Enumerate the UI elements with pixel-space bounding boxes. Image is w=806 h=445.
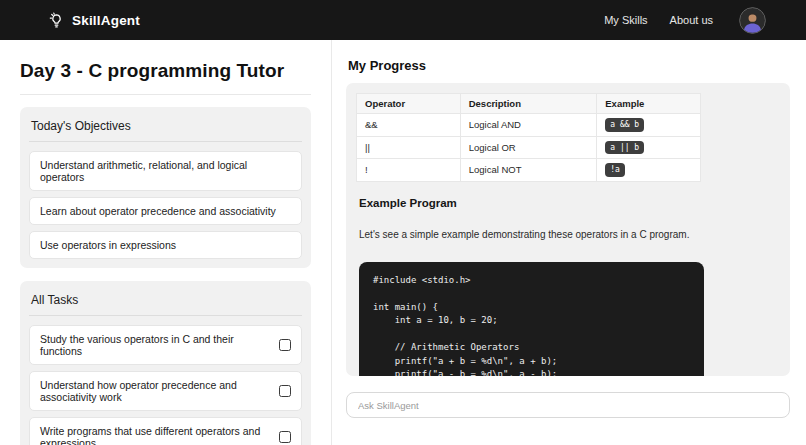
lesson-panel: Day 3 - C programming Tutor Today's Obje… [0,40,332,445]
operator-cell: || [357,136,461,159]
task-item: Understand how operator precedence and a… [29,371,302,411]
description-cell: Logical OR [460,136,597,159]
objective-label: Learn about operator precedence and asso… [40,205,276,217]
task-label: Write programs that use different operat… [40,425,269,445]
example-cell: a || b [597,136,701,159]
progress-panel: My Progress Operator Description Example… [332,40,806,445]
task-label: Study the various operators in C and the… [40,333,269,357]
example-cell: !a [597,159,701,182]
example-program-intro: Let's see a simple example demonstrating… [359,229,780,240]
example-program-heading: Example Program [359,197,780,209]
example-cell: a && b [597,114,701,137]
progress-heading: My Progress [348,58,790,73]
column-header-operator: Operator [357,94,461,114]
column-header-description: Description [460,94,597,114]
task-checkbox[interactable] [279,431,291,443]
task-checkbox[interactable] [279,385,291,397]
task-checkbox[interactable] [279,339,291,351]
nav-my-skills[interactable]: My Skills [604,14,647,26]
page-title: Day 3 - C programming Tutor [20,60,311,95]
tasks-heading: All Tasks [29,290,302,316]
nav-about-us[interactable]: About us [670,14,713,26]
progress-scroll-area[interactable]: Operator Description Example && Logical … [346,83,790,376]
table-row: ! Logical NOT !a [357,159,701,182]
column-header-example: Example [597,94,701,114]
table-row: && Logical AND a && b [357,114,701,137]
description-cell: Logical NOT [460,159,597,182]
c-code-block: #include <stdio.h> int main() { int a = … [359,262,704,376]
objective-label: Understand arithmetic, relational, and l… [40,159,291,183]
top-navigation-bar: SkillAgent My Skills About us [0,0,806,40]
task-item: Write programs that use different operat… [29,417,302,445]
avatar-person-icon [739,7,766,34]
lightbulb-logo-icon [48,12,65,29]
objective-label: Use operators in expressions [40,239,176,251]
objectives-heading: Today's Objectives [29,116,302,142]
task-item: Study the various operators in C and the… [29,325,302,365]
operator-cell: ! [357,159,461,182]
code-chip: a || b [605,141,644,155]
ask-skillagent-input[interactable] [346,392,790,418]
user-avatar[interactable] [739,7,766,34]
operator-cell: && [357,114,461,137]
top-nav-links: My Skills About us [604,7,766,34]
task-label: Understand how operator precedence and a… [40,379,269,403]
objectives-card: Today's Objectives Understand arithmetic… [20,107,311,268]
code-chip: a && b [605,118,644,132]
brand-name: SkillAgent [72,13,140,28]
objective-item: Understand arithmetic, relational, and l… [29,151,302,191]
description-cell: Logical AND [460,114,597,137]
objective-item: Learn about operator precedence and asso… [29,197,302,225]
main-content: Day 3 - C programming Tutor Today's Obje… [0,40,806,445]
brand[interactable]: SkillAgent [48,12,140,29]
objective-item: Use operators in expressions [29,231,302,259]
operators-table: Operator Description Example && Logical … [356,93,701,182]
table-header-row: Operator Description Example [357,94,701,114]
table-row: || Logical OR a || b [357,136,701,159]
code-chip: !a [605,163,625,177]
tasks-card: All Tasks Study the various operators in… [20,281,311,445]
